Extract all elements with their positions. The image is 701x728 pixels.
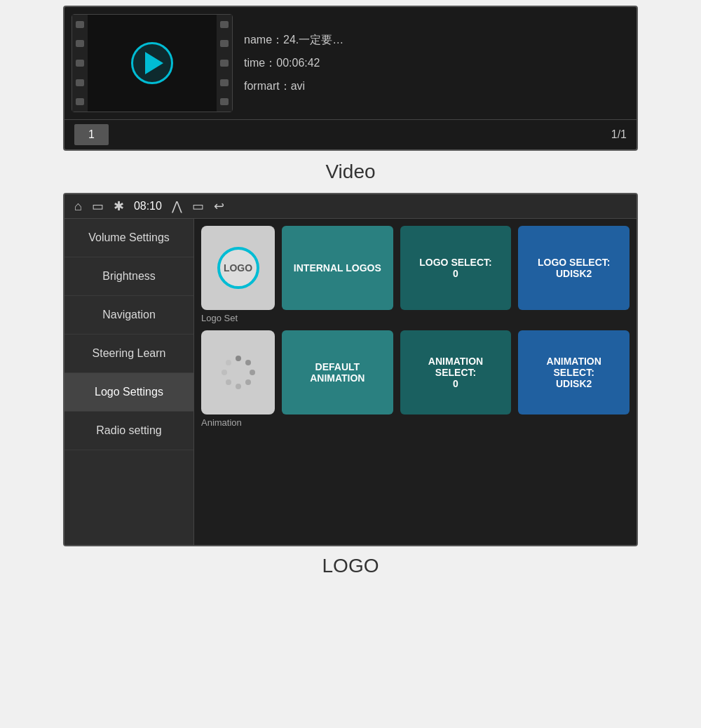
animation-wrapper: DEFAULTANIMATION ANIMATIONSELECT:0 ANIMA… <box>201 330 629 428</box>
video-main: name：24.一定要… time：00:06:42 formart：avi <box>64 7 637 119</box>
logo-select-udisk2-button[interactable]: LOGO SELECT:UDISK2 <box>518 226 629 310</box>
svg-point-2 <box>250 370 255 375</box>
format-value: avi <box>291 80 305 92</box>
logo-circle: LOGO <box>217 247 259 289</box>
time-label: time： <box>244 57 276 69</box>
film-hole <box>220 79 229 86</box>
page-number-button[interactable]: 1 <box>74 124 109 145</box>
sidebar-brightness-label: Brightness <box>102 270 156 282</box>
film-strip-left <box>72 15 88 112</box>
sidebar-steering-label: Steering Learn <box>93 347 166 359</box>
sidebar-item-brightness[interactable]: Brightness <box>64 257 193 296</box>
play-button[interactable] <box>131 42 173 84</box>
time-value: 00:06:42 <box>276 57 320 69</box>
animation-label: Animation <box>201 417 629 428</box>
default-animation-label: DEFAULTANIMATION <box>310 361 365 384</box>
back-icon[interactable]: ↩ <box>214 198 224 214</box>
logo-set-label: Logo Set <box>201 313 629 323</box>
sidebar-item-radio[interactable]: Radio setting <box>64 412 193 450</box>
svg-point-6 <box>222 370 227 375</box>
sidebar-logo-label: Logo Settings <box>95 386 163 398</box>
svg-point-5 <box>226 379 231 385</box>
status-time: 08:10 <box>134 200 162 213</box>
video-time: time：00:06:42 <box>244 56 343 71</box>
film-hole <box>220 21 229 28</box>
film-hole <box>76 98 84 105</box>
film-hole <box>220 60 229 67</box>
svg-point-7 <box>226 360 231 365</box>
video-info: name：24.一定要… time：00:06:42 formart：avi <box>244 14 343 112</box>
film-hole <box>220 98 229 105</box>
window-icon[interactable]: ▭ <box>192 198 204 214</box>
sidebar: Volume Settings Brightness Navigation St… <box>64 219 194 545</box>
logo-card-container: LOGO <box>201 226 275 310</box>
animation-select-0-button[interactable]: ANIMATIONSELECT:0 <box>400 330 512 414</box>
film-hole <box>76 21 84 28</box>
video-section: name：24.一定要… time：00:06:42 formart：avi 1… <box>0 0 701 190</box>
logo-set-row: LOGO INTERNAL LOGOS LOGO SELECT:0 LOGO S… <box>201 226 629 310</box>
format-label: formart： <box>244 80 291 92</box>
video-format: formart：avi <box>244 79 343 94</box>
animation-row: DEFAULTANIMATION ANIMATIONSELECT:0 ANIMA… <box>201 330 629 414</box>
logo-select-0-label: LOGO SELECT:0 <box>419 257 491 279</box>
right-panel: LOGO INTERNAL LOGOS LOGO SELECT:0 LOGO S… <box>194 219 637 545</box>
video-player: name：24.一定要… time：00:06:42 formart：avi 1… <box>63 6 638 151</box>
sidebar-item-navigation[interactable]: Navigation <box>64 296 193 335</box>
video-pagination: 1 1/1 <box>64 119 637 149</box>
play-triangle-icon <box>145 52 163 74</box>
film-hole <box>76 79 84 86</box>
sidebar-navigation-label: Navigation <box>102 309 156 321</box>
spinner-icon <box>217 351 259 393</box>
svg-point-4 <box>236 384 241 389</box>
sidebar-radio-label: Radio setting <box>96 424 161 436</box>
status-bar: ⌂ ▭ ✱ 08:10 ⋀ ▭ ↩ <box>64 194 637 219</box>
logo-select-udisk2-label: LOGO SELECT:UDISK2 <box>538 257 610 279</box>
animation-select-udisk2-label: ANIMATIONSELECT:UDISK2 <box>547 356 601 389</box>
logo-select-0-button[interactable]: LOGO SELECT:0 <box>400 226 512 310</box>
logo-section-label: LOGO <box>322 555 379 577</box>
default-animation-button[interactable]: DEFAULTANIMATION <box>282 330 393 414</box>
animation-select-udisk2-button[interactable]: ANIMATIONSELECT:UDISK2 <box>518 330 629 414</box>
animation-select-0-label: ANIMATIONSELECT:0 <box>428 356 483 389</box>
svg-point-0 <box>236 356 241 361</box>
status-right: ✱ 08:10 ⋀ ▭ ↩ <box>114 198 224 214</box>
sidebar-item-logo[interactable]: Logo Settings <box>64 373 193 412</box>
sidebar-item-volume[interactable]: Volume Settings <box>64 219 193 257</box>
logo-section: ⌂ ▭ ✱ 08:10 ⋀ ▭ ↩ Volume Settings Bright… <box>0 193 701 584</box>
name-label: name： <box>244 34 283 46</box>
svg-point-3 <box>245 379 251 385</box>
name-value: 24.一定要… <box>283 34 343 46</box>
video-name: name：24.一定要… <box>244 33 343 48</box>
device-screen: ⌂ ▭ ✱ 08:10 ⋀ ▭ ↩ Volume Settings Bright… <box>63 193 638 546</box>
sidebar-item-steering[interactable]: Steering Learn <box>64 335 193 373</box>
logo-set-wrapper: LOGO INTERNAL LOGOS LOGO SELECT:0 LOGO S… <box>201 226 629 323</box>
bluetooth-icon: ✱ <box>114 198 124 214</box>
animation-card <box>201 330 275 414</box>
home-icon[interactable]: ⌂ <box>74 199 82 214</box>
logo-circle-text: LOGO <box>224 262 252 274</box>
logo-card: LOGO <box>201 226 275 310</box>
main-content: Volume Settings Brightness Navigation St… <box>64 219 637 545</box>
animation-card-container <box>201 330 275 414</box>
video-section-label: Video <box>325 161 375 183</box>
film-hole <box>76 40 84 47</box>
film-strip-right <box>217 15 232 112</box>
svg-point-1 <box>245 360 251 365</box>
film-hole <box>220 40 229 47</box>
video-thumbnail[interactable] <box>72 14 233 112</box>
page-count: 1/1 <box>611 128 627 141</box>
sidebar-volume-label: Volume Settings <box>88 231 170 243</box>
up-arrows-icon: ⋀ <box>172 198 182 214</box>
film-hole <box>76 60 84 67</box>
image-icon[interactable]: ▭ <box>92 198 104 214</box>
internal-logos-button[interactable]: INTERNAL LOGOS <box>282 226 393 310</box>
